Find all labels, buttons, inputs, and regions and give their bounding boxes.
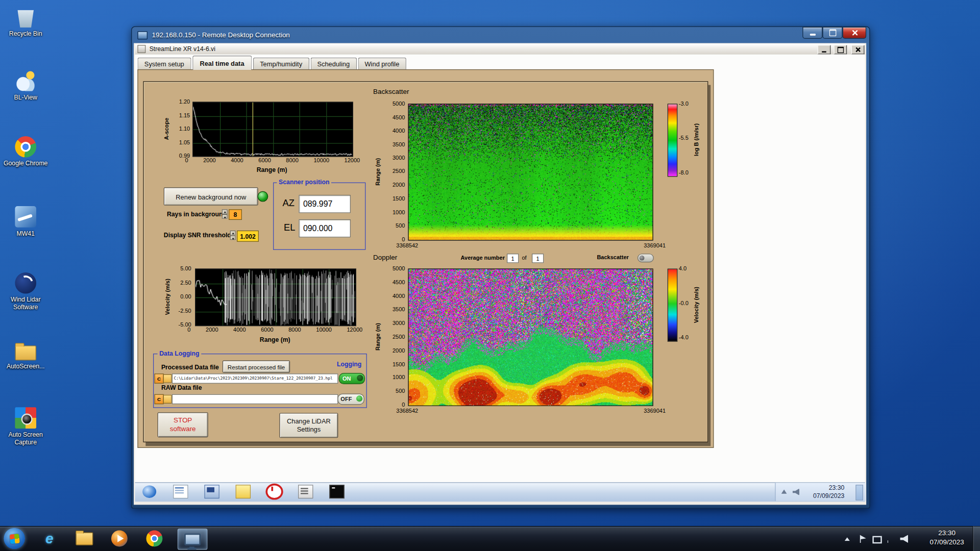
stop-software-button[interactable]: STOPsoftware (158, 412, 208, 437)
tick-label: 8000 (286, 158, 299, 164)
ascope-x-ticks: 020004000600080001000012000 (185, 158, 360, 164)
app-minimize-button[interactable] (818, 45, 831, 54)
close-icon (851, 30, 857, 36)
ascope-plot (192, 102, 353, 157)
remote-taskbar-item-network[interactable] (203, 484, 222, 499)
raw-path-field[interactable] (172, 394, 338, 405)
desktop-icon-bl-view[interactable]: BL-View (1, 70, 50, 101)
rdp-close-button[interactable] (843, 27, 867, 39)
show-hidden-icons-icon[interactable] (780, 489, 787, 495)
spin-up-icon[interactable] (222, 209, 228, 214)
tab-real-time-data[interactable]: Real time data (192, 56, 252, 70)
taskbar-item-remote-desktop-active[interactable] (178, 529, 208, 550)
toggle-knob-icon (356, 395, 362, 402)
tab-system-setup[interactable]: System setup (137, 58, 191, 70)
data-logging-title: Data Logging (158, 350, 202, 357)
raw-browse-icon[interactable] (163, 395, 172, 404)
remote-show-desktop[interactable] (855, 485, 863, 500)
desktop-icon-wind-lidar[interactable]: Wind Lidar Software (1, 272, 50, 311)
raw-logging-toggle[interactable]: OFF (337, 393, 364, 405)
app-titlebar[interactable]: StreamLine XR v14-6.vi (135, 44, 865, 55)
volume-icon[interactable] (793, 489, 799, 495)
tick-label: 500 (396, 388, 405, 394)
desktop-icon-autoscreen[interactable]: AutoScreen... (1, 340, 50, 370)
change-lidar-settings-button[interactable]: Change LiDARSettings (279, 413, 338, 438)
maximize-icon (829, 30, 836, 36)
app-restore-button[interactable] (834, 45, 847, 54)
start-button[interactable] (4, 528, 25, 549)
tab-wind-profile[interactable]: Wind profile (358, 58, 406, 70)
host-clock[interactable]: 23:30 07/09/2023 (924, 529, 970, 546)
tick-label: 0 (402, 402, 405, 408)
backscatter-y-ticks: 5000450040003500300025002000150010005000 (380, 101, 405, 242)
remote-taskbar-item-console[interactable] (328, 484, 347, 499)
tick-label: 12000 (347, 327, 362, 333)
average-total-field[interactable]: 1 (532, 254, 544, 263)
spin-down-icon[interactable] (222, 214, 228, 218)
backscatter-title: Backscatter (373, 87, 409, 95)
autoscreen-icon (15, 345, 36, 360)
rays-spinner[interactable] (222, 209, 228, 218)
processed-drive-select[interactable]: C (154, 373, 163, 384)
snr-spinner[interactable] (230, 231, 236, 240)
average-number-field[interactable]: 1 (507, 254, 519, 263)
tab-temp-humidity[interactable]: Temp/humidity (253, 58, 309, 70)
network-places-icon (204, 485, 219, 498)
restart-processed-file-button[interactable]: Restart processed file (223, 361, 290, 373)
rdp-titlebar[interactable]: 192.168.0.150 - Remote Desktop Connectio… (133, 28, 867, 42)
raw-drive-select[interactable]: C (154, 394, 163, 405)
app-close-button[interactable] (851, 45, 865, 54)
show-desktop-button[interactable] (972, 526, 980, 551)
desktop-icon-recycle-bin[interactable]: Recycle Bin (1, 6, 50, 37)
close-icon (855, 47, 861, 53)
taskbar-item-chrome[interactable] (144, 529, 165, 548)
processed-logging-toggle[interactable]: ON (339, 373, 365, 384)
desktop-icon-mw41[interactable]: MW41 (1, 206, 50, 237)
processed-path-field[interactable]: C:\Lidar\Data\Proc\2023\202309\20230907\… (172, 373, 338, 384)
taskbar-item-explorer[interactable] (74, 529, 95, 548)
desktop-icon-label: Recycle Bin (9, 30, 42, 37)
processed-browse-icon[interactable] (163, 374, 172, 383)
tick-label: 4000 (231, 158, 243, 164)
tick-label: 1000 (393, 209, 405, 215)
tick-label: 2.50 (180, 280, 191, 286)
taskbar-item-media-player[interactable] (109, 529, 130, 548)
wind-lidar-icon (15, 272, 36, 294)
doppler-colorbar-ticks: 4.0-0.0-4.0 (679, 265, 693, 340)
off-label: OFF (340, 396, 352, 402)
desktop-icon-google-chrome[interactable]: Google Chrome (1, 136, 50, 167)
remote-taskbar-item-power[interactable] (265, 484, 284, 499)
tab-bar: System setupReal time dataTemp/humidityS… (137, 56, 407, 69)
desktop-icon-label: MW41 (17, 230, 35, 237)
backscatter-doppler-toggle[interactable] (638, 254, 654, 262)
velocity-plot (195, 269, 356, 327)
remote-taskbar-item-notepad[interactable] (172, 484, 190, 499)
rdp-minimize-button[interactable] (802, 27, 822, 39)
tick-label: 8000 (288, 327, 301, 333)
spin-down-icon[interactable] (230, 235, 236, 240)
scanner-position-title: Scanner position (277, 179, 331, 185)
remote-clock[interactable]: 23:30 07/09/2023 (805, 484, 844, 500)
taskbar-item-internet-explorer[interactable]: e (39, 529, 60, 548)
remote-taskbar-item-browser[interactable] (140, 484, 159, 499)
remote-clock-time: 23:30 (805, 484, 844, 492)
remote-taskbar-item-document[interactable] (296, 484, 315, 499)
rdp-icon (137, 31, 148, 39)
el-value-field[interactable]: 090.000 (299, 219, 351, 238)
processed-data-file-label: Processed Data file (161, 364, 219, 370)
spin-up-icon[interactable] (230, 231, 236, 235)
globe-icon (142, 485, 156, 497)
remote-taskbar-item-notes[interactable] (234, 484, 253, 499)
az-value-field[interactable]: 089.997 (299, 195, 351, 213)
rdp-maximize-button[interactable] (822, 27, 842, 39)
display-tray-icon[interactable] (872, 536, 881, 544)
doppler-colorbar (668, 269, 678, 342)
app-title: StreamLine XR v14-6.vi (150, 45, 215, 52)
tick-label: 3500 (393, 306, 405, 312)
renew-background-button[interactable]: Renew background now (164, 187, 258, 206)
tab-scheduling[interactable]: Scheduling (310, 58, 357, 70)
tick-label: 1500 (393, 195, 405, 202)
rays-value-field[interactable]: 8 (229, 209, 242, 220)
desktop-icon-auto-screen-capture[interactable]: Auto Screen Capture (1, 407, 50, 445)
snr-value-field[interactable]: 1.002 (237, 231, 259, 242)
